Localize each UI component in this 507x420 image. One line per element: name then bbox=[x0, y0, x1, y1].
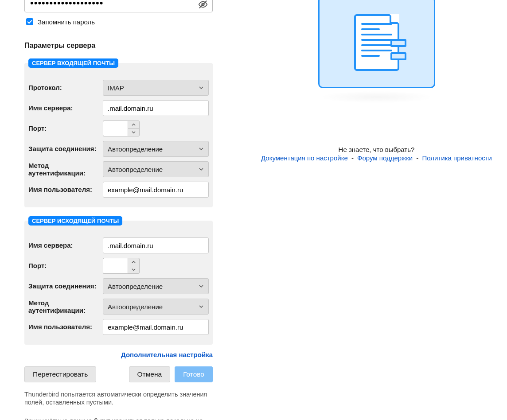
chevron-down-icon bbox=[199, 146, 204, 152]
incoming-host-input[interactable] bbox=[103, 100, 209, 116]
incoming-protocol-select[interactable]: IMAP bbox=[103, 80, 209, 96]
incoming-legend: СЕРВЕР ВХОДЯЩЕЙ ПОЧТЫ bbox=[28, 58, 118, 68]
incoming-port-group bbox=[103, 121, 140, 136]
outgoing-server-fieldset: СЕРВЕР ИСХОДЯЩЕЙ ПОЧТЫ Имя сервера: Порт… bbox=[24, 221, 213, 345]
outgoing-port-input[interactable] bbox=[103, 258, 128, 274]
outgoing-user-label: Имя пользователя: bbox=[28, 323, 99, 331]
help-links: Документация по настройке - Форум поддер… bbox=[261, 154, 492, 162]
remember-password-row: Запомнить пароль bbox=[24, 17, 246, 27]
incoming-host-label: Имя сервера: bbox=[28, 104, 99, 112]
outgoing-port-label: Порт: bbox=[28, 262, 99, 269]
incoming-security-select[interactable]: Автоопределение bbox=[103, 141, 209, 157]
chevron-down-icon bbox=[199, 284, 204, 289]
password-input[interactable] bbox=[30, 0, 195, 11]
forum-link[interactable]: Форум поддержки bbox=[357, 154, 413, 162]
local-storage-note: Ваши учётные данные будут храниться толь… bbox=[24, 417, 213, 420]
chevron-down-icon bbox=[199, 304, 204, 309]
eye-off-icon[interactable] bbox=[198, 0, 208, 9]
help-prompt: Не знаете, что выбрать? bbox=[339, 146, 415, 153]
incoming-user-label: Имя пользователя: bbox=[28, 186, 99, 193]
password-field-wrap bbox=[24, 0, 213, 12]
incoming-port-spinner bbox=[128, 121, 140, 136]
chevron-down-icon bbox=[199, 85, 204, 90]
remember-password-label: Запомнить пароль bbox=[38, 18, 95, 26]
advanced-config-link[interactable]: Дополнительная настройка bbox=[24, 351, 213, 358]
incoming-security-value: Автоопределение bbox=[108, 145, 163, 153]
outgoing-auth-label: Метод аутентификации: bbox=[28, 299, 99, 315]
incoming-auth-select[interactable]: Автоопределение bbox=[103, 161, 209, 177]
outgoing-user-input[interactable] bbox=[103, 319, 209, 335]
outgoing-security-label: Защита соединения: bbox=[28, 282, 99, 290]
separator: - bbox=[416, 154, 418, 162]
illustration-card bbox=[318, 0, 435, 88]
outgoing-auth-select[interactable]: Автоопределение bbox=[103, 299, 209, 315]
incoming-auth-value: Автоопределение bbox=[108, 166, 163, 173]
outgoing-port-group bbox=[103, 258, 140, 274]
incoming-protocol-value: IMAP bbox=[108, 84, 124, 92]
outgoing-security-value: Автоопределение bbox=[108, 283, 163, 290]
chevron-down-icon bbox=[199, 167, 204, 172]
outgoing-host-input[interactable] bbox=[103, 237, 209, 253]
incoming-port-up[interactable] bbox=[128, 121, 139, 129]
outgoing-security-select[interactable]: Автоопределение bbox=[103, 278, 209, 294]
incoming-server-fieldset: СЕРВЕР ВХОДЯЩЕЙ ПОЧТЫ Протокол: IMAP Имя… bbox=[24, 63, 213, 207]
server-params-heading: Параметры сервера bbox=[24, 42, 246, 50]
incoming-security-label: Защита соединения: bbox=[28, 145, 99, 152]
incoming-auth-label: Метод аутентификации: bbox=[28, 162, 99, 177]
done-button[interactable]: Готово bbox=[175, 366, 213, 382]
privacy-link[interactable]: Политика приватности bbox=[422, 154, 492, 162]
docs-link[interactable]: Документация по настройке bbox=[261, 154, 348, 162]
incoming-port-label: Порт: bbox=[28, 124, 99, 132]
outgoing-legend: СЕРВЕР ИСХОДЯЩЕЙ ПОЧТЫ bbox=[28, 216, 122, 226]
document-icon bbox=[354, 14, 399, 71]
illustration-shadow bbox=[319, 91, 434, 103]
cancel-button[interactable]: Отмена bbox=[129, 366, 171, 382]
incoming-user-input[interactable] bbox=[103, 182, 209, 198]
outgoing-auth-value: Автоопределение bbox=[108, 303, 163, 311]
remember-password-checkbox[interactable] bbox=[26, 18, 33, 25]
outgoing-port-spinner bbox=[128, 258, 140, 274]
outgoing-host-label: Имя сервера: bbox=[28, 241, 99, 249]
auto-detect-note: Thunderbird попытается автоматически опр… bbox=[24, 390, 213, 406]
outgoing-port-down[interactable] bbox=[128, 266, 139, 274]
retest-button[interactable]: Перетестировать bbox=[24, 366, 96, 382]
button-bar: Перетестировать Отмена Готово bbox=[24, 366, 213, 382]
separator: - bbox=[351, 154, 354, 162]
incoming-protocol-label: Протокол: bbox=[28, 84, 99, 91]
incoming-port-input[interactable] bbox=[103, 121, 128, 136]
outgoing-port-up[interactable] bbox=[128, 258, 139, 266]
incoming-port-down[interactable] bbox=[128, 129, 139, 136]
